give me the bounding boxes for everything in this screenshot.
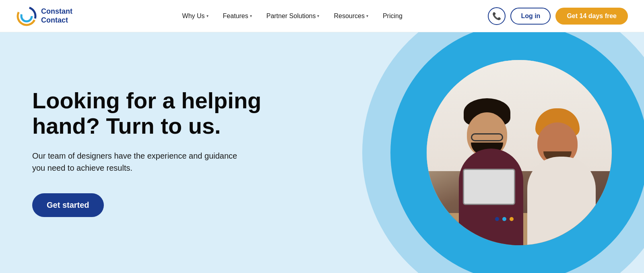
chevron-down-icon: ▾ — [366, 14, 368, 18]
chevron-down-icon: ▾ — [250, 14, 252, 18]
phone-icon: 📞 — [492, 12, 501, 21]
navbar-actions: 📞 Log in Get 14 days free — [488, 7, 628, 25]
hero-image-area — [362, 32, 644, 273]
logo-text: Constant Contact — [41, 7, 72, 25]
nav-item-resources[interactable]: Resources ▾ — [328, 9, 374, 23]
nav-item-partner-solutions[interactable]: Partner Solutions ▾ — [261, 9, 325, 23]
login-button[interactable]: Log in — [510, 8, 551, 25]
phone-button[interactable]: 📞 — [488, 7, 506, 25]
person2 — [523, 116, 604, 245]
svg-point-2 — [21, 11, 32, 21]
logo-area: Constant Contact — [16, 6, 72, 27]
inner-circle-photo — [427, 60, 612, 245]
free-trial-button[interactable]: Get 14 days free — [555, 8, 628, 25]
main-nav: Why Us ▾ Features ▾ Partner Solutions ▾ … — [97, 9, 488, 23]
person1 — [451, 108, 531, 245]
person1-glasses — [471, 133, 503, 141]
tablet-device — [463, 169, 515, 205]
hero-section: Looking for a helping hand? Turn to us. … — [0, 32, 644, 273]
nav-item-pricing[interactable]: Pricing — [377, 9, 408, 23]
hero-title: Looking for a helping hand? Turn to us. — [32, 88, 274, 139]
dot-1 — [495, 217, 499, 221]
hero-content: Looking for a helping hand? Turn to us. … — [32, 88, 274, 217]
person2-body — [527, 157, 596, 245]
logo-icon — [16, 6, 37, 27]
photo-background — [427, 60, 612, 245]
chevron-down-icon: ▾ — [206, 14, 208, 18]
dot-3 — [510, 217, 514, 221]
nav-item-why-us[interactable]: Why Us ▾ — [177, 9, 214, 23]
nav-item-features[interactable]: Features ▾ — [217, 9, 258, 23]
hero-subtitle: Our team of designers have the experienc… — [32, 150, 242, 174]
table-items — [495, 217, 514, 221]
navbar: Constant Contact Why Us ▾ Features ▾ Par… — [0, 0, 644, 32]
dot-2 — [502, 217, 506, 221]
get-started-button[interactable]: Get started — [32, 193, 104, 217]
chevron-down-icon: ▾ — [317, 14, 319, 18]
